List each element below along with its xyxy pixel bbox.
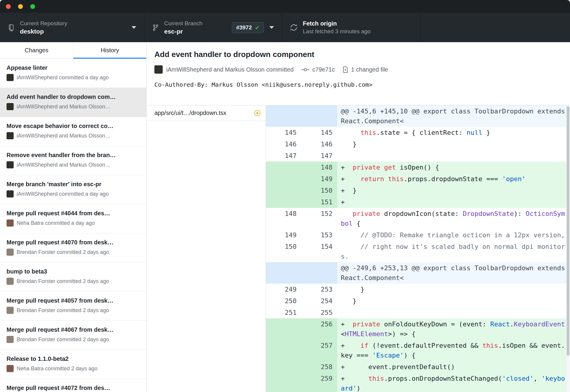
diff-code-line: @@ -249,6 +253,13 @@ export class Toolba… bbox=[337, 262, 570, 284]
commit-meta-text: iAmWillShepherd and Markus Olsson… bbox=[17, 104, 110, 110]
new-line-number: 253 bbox=[301, 284, 337, 295]
commit-meta: iAmWillShepherd and Markus Olsson… bbox=[7, 161, 140, 168]
old-line-number bbox=[266, 318, 301, 340]
commit-list[interactable]: Appease linter iAmWillShepherd committed… bbox=[0, 59, 146, 392]
avatar bbox=[7, 336, 14, 343]
file-diff-region: app/src/ui/t…/dropdown.tsx @@ -145,6 +14… bbox=[147, 105, 570, 392]
file-panel: app/src/ui/t…/dropdown.tsx bbox=[147, 105, 266, 392]
old-line-number: 149 bbox=[266, 229, 301, 241]
commit-title: Merge pull request #4067 from desk… bbox=[7, 326, 140, 333]
diff-row: 146 146 } bbox=[266, 138, 570, 150]
fetch-origin-button[interactable]: Fetch origin Last fetched 3 minutes ago bbox=[282, 13, 421, 42]
avatar bbox=[7, 278, 14, 285]
commit-meta: iAmWillShepherd committed a day ago bbox=[7, 74, 140, 81]
commit-meta-text: Brendan Forster committed 2 days ago bbox=[17, 336, 109, 343]
avatar bbox=[7, 190, 14, 197]
old-line-number: 145 bbox=[266, 127, 301, 138]
commit-title: Add event handler to dropdown com… bbox=[7, 94, 140, 100]
old-line-number bbox=[266, 105, 301, 127]
current-repository-label: Current Repository bbox=[20, 20, 67, 27]
commit-list-item[interactable]: bump to beta3 Brendan Forster committed … bbox=[0, 263, 146, 292]
diff-view[interactable]: @@ -145,6 +145,10 @@ export class Toolba… bbox=[266, 105, 570, 392]
sync-icon bbox=[290, 23, 298, 31]
branch-switcher-button[interactable]: Current Branch esc-pr #3972 ✓ bbox=[144, 13, 282, 42]
minimize-button[interactable] bbox=[18, 4, 23, 9]
scrollbar-thumb[interactable] bbox=[567, 106, 569, 356]
file-path: app/src/ui/t…/dropdown.tsx bbox=[154, 110, 254, 116]
new-line-number: 153 bbox=[301, 229, 337, 241]
diff-row: 251 255 bbox=[266, 307, 570, 318]
commit-list-item[interactable]: Move escape behavior to correct co… iAmW… bbox=[0, 117, 146, 146]
commit-list-item[interactable]: Appease linter iAmWillShepherd committed… bbox=[0, 59, 146, 88]
diff-rows: @@ -145,6 +145,10 @@ export class Toolba… bbox=[266, 105, 570, 392]
diff-code-line bbox=[337, 307, 570, 318]
commit-meta-text: Brendan Forster committed 2 days ago bbox=[17, 249, 109, 255]
commit-list-item[interactable]: Add event handler to dropdown com… iAmWi… bbox=[0, 88, 146, 117]
avatar bbox=[7, 249, 14, 256]
commit-list-item[interactable]: Merge pull request #4057 from desk… Bren… bbox=[0, 292, 146, 321]
last-fetched-text: Last fetched 3 minutes ago bbox=[303, 28, 370, 35]
commit-meta: Brendan Forster committed 2 days ago bbox=[7, 278, 140, 285]
commit-list-item[interactable]: Merge pull request #4044 from des… Neha … bbox=[0, 204, 146, 233]
titlebar bbox=[0, 0, 570, 13]
diff-code-line: + private get isOpen() { bbox=[337, 162, 570, 173]
fetch-origin-label: Fetch origin bbox=[303, 20, 370, 27]
file-header[interactable]: app/src/ui/t…/dropdown.tsx bbox=[147, 105, 266, 121]
diff-code-line: private dropdownIcon(state: DropdownStat… bbox=[337, 208, 570, 229]
repository-switcher-button[interactable]: Current Repository desktop bbox=[0, 13, 144, 42]
diff-row: 259 + this.props.onDropdownStateChanged(… bbox=[266, 373, 570, 392]
app-window: Current Repository desktop Current Branc… bbox=[0, 0, 570, 392]
commit-meta: Neha Batra committed 2 days ago bbox=[7, 365, 140, 372]
toolbar: Current Repository desktop Current Branc… bbox=[0, 13, 570, 42]
commit-list-item[interactable]: Release to 1.1.0-beta2 Neha Batra commit… bbox=[0, 350, 146, 379]
old-line-number bbox=[266, 162, 301, 173]
new-line-number: 154 bbox=[301, 241, 337, 262]
modified-icon bbox=[254, 110, 260, 116]
old-line-number: 251 bbox=[266, 307, 301, 318]
diff-icon bbox=[343, 66, 348, 73]
avatar bbox=[7, 103, 14, 110]
new-line-number: 257 bbox=[301, 340, 337, 361]
new-line-number: 254 bbox=[301, 295, 337, 307]
commit-meta: iAmWillShepherd committed a day ago bbox=[7, 190, 140, 197]
new-line-number: 149 bbox=[301, 173, 337, 185]
changed-files-group: 1 changed file bbox=[343, 66, 388, 73]
new-line-number bbox=[301, 105, 337, 127]
scrollbar-track[interactable] bbox=[566, 105, 570, 392]
tab-changes[interactable]: Changes bbox=[0, 42, 73, 59]
tab-history[interactable]: History bbox=[73, 42, 146, 59]
tabbar: Changes History bbox=[0, 42, 146, 59]
toolbar-spacer bbox=[421, 13, 570, 42]
commit-list-item[interactable]: Merge pull request #4067 from desk… Bren… bbox=[0, 321, 146, 350]
content: Changes History Appease linter iAmWillSh… bbox=[0, 42, 570, 392]
diff-row: @@ -249,6 +253,13 @@ export class Toolba… bbox=[266, 262, 570, 284]
commit-list-item[interactable]: Merge pull request #4072 from des… bbox=[0, 379, 146, 392]
new-line-number: 256 bbox=[301, 318, 337, 340]
diff-row: 151 + bbox=[266, 196, 570, 208]
old-line-number bbox=[266, 262, 301, 284]
old-line-number: 150 bbox=[266, 241, 301, 262]
zoom-button[interactable] bbox=[30, 4, 35, 9]
commit-meta-text: iAmWillShepherd committed a day ago bbox=[17, 191, 109, 197]
diff-row: 150 + } bbox=[266, 185, 570, 196]
old-line-number: 147 bbox=[266, 150, 301, 162]
commit-list-item[interactable]: Merge branch 'master' into esc-pr iAmWil… bbox=[0, 175, 146, 204]
new-line-number: 255 bbox=[301, 307, 337, 318]
commit-sha-group: c79e71c bbox=[301, 66, 335, 73]
diff-code-line: + event.preventDefault() bbox=[337, 361, 570, 373]
commit-meta-text: Brendan Forster committed 2 days ago bbox=[17, 307, 109, 314]
diff-row: 147 147 bbox=[266, 150, 570, 162]
commit-meta-text: Neha Batra committed 2 days ago bbox=[17, 366, 97, 372]
commit-list-item[interactable]: Remove event handler from the bran… iAmW… bbox=[0, 146, 146, 175]
close-button[interactable] bbox=[6, 4, 11, 9]
commit-list-item[interactable]: Merge pull request #4070 from desk… Bren… bbox=[0, 233, 146, 263]
commit-meta: Neha Batra committed a day ago bbox=[7, 219, 140, 227]
main-panel: Add event handler to dropdown component … bbox=[147, 42, 570, 392]
diff-code-line bbox=[337, 150, 570, 162]
current-branch-label: Current Branch bbox=[164, 20, 202, 27]
commit-title: Merge pull request #4044 from des… bbox=[7, 210, 140, 217]
diff-row: 148 + private get isOpen() { bbox=[266, 162, 570, 173]
commit-meta-text: Brendan Forster committed 2 days ago bbox=[17, 278, 109, 284]
diff-row: 150 154 // right now it's scaled badly o… bbox=[266, 241, 570, 262]
commit-sha: c79e71c bbox=[312, 66, 335, 73]
